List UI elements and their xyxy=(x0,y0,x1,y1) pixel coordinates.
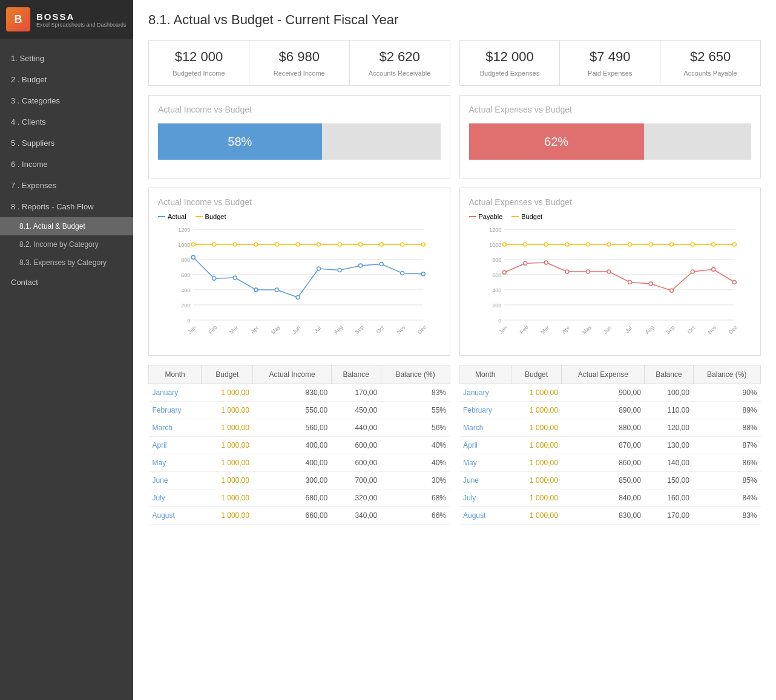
svg-point-49 xyxy=(421,272,425,276)
col-header: Budget xyxy=(202,365,253,384)
table-cell: 130,00 xyxy=(645,437,693,454)
table-cell: April xyxy=(459,437,511,454)
income-kpi-label-1: Received Income xyxy=(255,70,343,77)
table-cell: 560,00 xyxy=(253,419,331,437)
income-kpi-group: $12 000Budgeted Income$6 980Received Inc… xyxy=(148,40,450,86)
table-row: June1 000,00300,00700,0030% xyxy=(149,472,450,489)
progress-section: Actual Income vs Budget 58% Actual Expen… xyxy=(148,95,761,178)
col-header: Actual Income xyxy=(253,365,331,384)
svg-point-48 xyxy=(401,272,404,275)
sidebar-item-setting[interactable]: 1. Setting xyxy=(0,48,133,69)
table-cell: 1 000,00 xyxy=(511,402,561,419)
table-cell: 680,00 xyxy=(253,489,331,507)
legend-actual-label: Actual xyxy=(168,213,186,220)
table-cell: 66% xyxy=(381,507,450,525)
sidebar-item-contact[interactable]: Contact xyxy=(0,272,133,293)
budget-dot xyxy=(196,216,203,217)
table-cell: 1 000,00 xyxy=(511,507,561,525)
svg-text:Jul: Jul xyxy=(623,325,633,334)
table-cell: 890,00 xyxy=(562,402,645,419)
table-cell: 900,00 xyxy=(562,384,645,402)
svg-text:May: May xyxy=(270,324,281,335)
svg-text:Jun: Jun xyxy=(291,324,301,335)
svg-text:600: 600 xyxy=(181,272,190,278)
table-cell: August xyxy=(149,507,202,525)
table-cell: 56% xyxy=(381,419,450,437)
svg-text:200: 200 xyxy=(492,303,501,309)
svg-point-84 xyxy=(669,243,673,246)
table-cell: February xyxy=(459,402,511,419)
page-title: 8.1. Actual vs Budget - Current Fiscal Y… xyxy=(148,12,761,28)
svg-text:600: 600 xyxy=(492,272,501,278)
col-header: Balance xyxy=(645,365,693,384)
table-cell: 840,00 xyxy=(562,489,645,507)
expense-kpi-label-2: Accounts Payable xyxy=(666,70,754,77)
table-cell: 1 000,00 xyxy=(202,402,253,419)
kpi-section: $12 000Budgeted Income$6 980Received Inc… xyxy=(148,40,761,86)
tables-section: MonthBudgetActual IncomeBalanceBalance (… xyxy=(148,365,761,525)
sidebar-item-reports[interactable]: 8 . Reports - Cash Flow xyxy=(0,196,133,217)
sidebar-item-actual-budget[interactable]: 8.1. Actual & Budget xyxy=(0,217,133,235)
table-cell: 170,00 xyxy=(645,507,693,525)
svg-text:1000: 1000 xyxy=(489,242,501,248)
col-header: Balance (%) xyxy=(381,365,450,384)
table-cell: May xyxy=(459,454,511,472)
actual-dot xyxy=(158,216,165,217)
expense-kpi-value-1: $7 490 xyxy=(566,49,654,65)
expense-kpi-label-1: Paid Expenses xyxy=(566,70,654,77)
table-cell: 1 000,00 xyxy=(202,507,253,525)
table-row: June1 000,00850,00150,0085% xyxy=(459,472,761,489)
table-cell: 1 000,00 xyxy=(202,384,253,402)
svg-text:Apr: Apr xyxy=(249,324,260,335)
sidebar-item-categories[interactable]: 3 . Categories xyxy=(0,90,133,111)
table-cell: 1 000,00 xyxy=(202,419,253,437)
income-line-title: Actual Income vs Budget xyxy=(158,197,441,207)
expense-line-chart: 020040060080010001200JanFebMarAprMayJunJ… xyxy=(469,223,752,344)
svg-point-42 xyxy=(275,288,278,292)
expense-kpi-value-0: $12 000 xyxy=(466,49,554,65)
legend-actual: Actual xyxy=(158,213,186,220)
table-cell: January xyxy=(149,384,202,402)
table-row: July1 000,00840,00160,0084% xyxy=(459,489,761,507)
table-cell: 100,00 xyxy=(645,384,693,402)
sidebar-item-income-category[interactable]: 8.2. Income by Category xyxy=(0,235,133,254)
sidebar-item-expenses-category[interactable]: 8.3. Expenses by Category xyxy=(0,254,133,272)
sidebar-item-budget[interactable]: 2 . Budget xyxy=(0,69,133,90)
table-cell: 30% xyxy=(381,472,450,489)
table-cell: 89% xyxy=(693,402,760,419)
expense-table: MonthBudgetActual ExpenseBalanceBalance … xyxy=(459,365,761,525)
table-cell: 1 000,00 xyxy=(202,489,253,507)
svg-point-45 xyxy=(338,269,341,272)
svg-text:1200: 1200 xyxy=(489,227,501,233)
income-kpi-value-1: $6 980 xyxy=(255,49,343,65)
col-header: Balance (%) xyxy=(693,365,760,384)
svg-text:May: May xyxy=(580,324,592,335)
table-cell: 87% xyxy=(693,437,760,454)
svg-text:Sep: Sep xyxy=(665,324,676,335)
sidebar-item-income[interactable]: 6 . Income xyxy=(0,154,133,175)
table-cell: 55% xyxy=(381,402,450,419)
table-cell: 90% xyxy=(693,384,760,402)
sidebar-item-suppliers[interactable]: 5 . Suppliers xyxy=(0,132,133,154)
svg-point-77 xyxy=(523,243,527,246)
svg-point-95 xyxy=(649,282,653,286)
svg-point-47 xyxy=(380,263,383,266)
income-progress-wrap: 58% xyxy=(158,123,441,160)
svg-text:800: 800 xyxy=(492,257,501,263)
table-cell: 83% xyxy=(693,507,760,525)
income-kpi-label-2: Accounts Receivable xyxy=(356,70,444,77)
sidebar-item-expenses[interactable]: 7 . Expenses xyxy=(0,175,133,196)
sidebar-item-clients[interactable]: 4 . Clients xyxy=(0,111,133,132)
svg-point-32 xyxy=(317,243,321,246)
table-cell: 120,00 xyxy=(645,419,693,437)
income-progress-bar: 58% xyxy=(158,123,322,160)
svg-point-79 xyxy=(565,243,568,246)
col-header: Budget xyxy=(511,365,561,384)
table-cell: March xyxy=(149,419,202,437)
col-header: Month xyxy=(459,365,511,384)
table-cell: January xyxy=(459,384,511,402)
svg-point-39 xyxy=(212,276,216,280)
line-chart-section: Actual Income vs Budget Actual Budget 02… xyxy=(148,188,761,356)
svg-point-96 xyxy=(669,289,673,292)
table-cell: 1 000,00 xyxy=(511,489,561,507)
